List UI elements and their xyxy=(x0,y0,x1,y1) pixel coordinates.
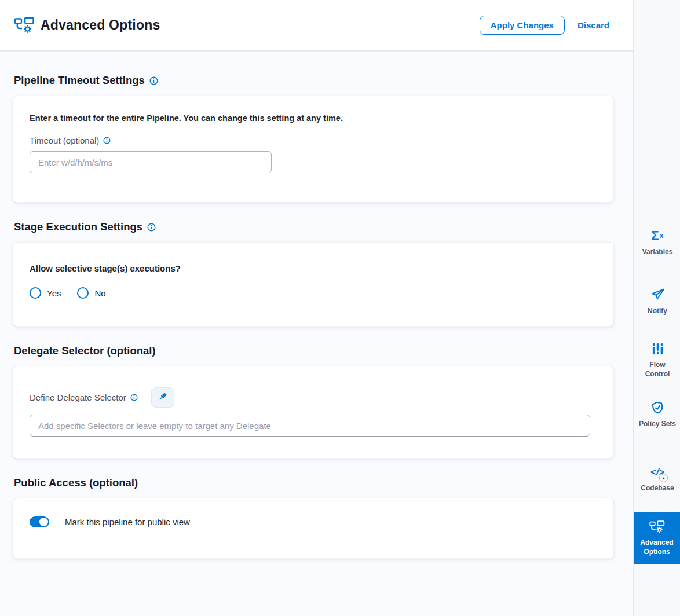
paper-plane-icon xyxy=(650,288,665,302)
toggle-knob xyxy=(39,518,48,526)
timeout-section-heading: Pipeline Timeout Settings xyxy=(14,74,614,87)
timeout-input[interactable] xyxy=(30,151,272,173)
sidebar-item-flow-control[interactable]: Flow Control xyxy=(635,342,680,379)
page-title: Advanced Options xyxy=(41,17,160,33)
info-icon[interactable] xyxy=(130,394,138,401)
pin-button[interactable] xyxy=(151,387,174,408)
advanced-options-icon xyxy=(14,16,35,34)
sidebar-item-policy-sets[interactable]: Policy Sets xyxy=(635,401,680,429)
shield-check-icon xyxy=(650,401,665,415)
timeout-card: Enter a timeout for the entire Pipeline.… xyxy=(13,96,614,203)
radio-label-no: No xyxy=(94,288,105,298)
sidebar-item-label: Policy Sets xyxy=(637,420,678,429)
public-access-section-heading: Public Access (optional) xyxy=(14,476,614,489)
sidebar-item-codebase[interactable]: </> ▲ Codebase xyxy=(635,465,680,493)
sidebar-item-label: Advanced Options xyxy=(637,538,677,556)
public-access-heading-text: Public Access (optional) xyxy=(14,476,138,489)
delegate-field-label: Define Delegate Selector xyxy=(30,393,138,402)
sidebar-item-label: Flow Control xyxy=(637,361,678,379)
apply-changes-button[interactable]: Apply Changes xyxy=(480,16,565,35)
radio-circle-icon[interactable] xyxy=(77,287,89,299)
warning-badge-icon: ▲ xyxy=(659,474,668,482)
radio-circle-icon[interactable] xyxy=(30,287,41,299)
timeout-heading-text: Pipeline Timeout Settings xyxy=(14,74,145,87)
sidebar-item-notify[interactable]: Notify xyxy=(635,288,680,316)
delegate-selector-input[interactable] xyxy=(30,415,590,437)
public-view-toggle-label: Mark this pipeline for public view xyxy=(65,517,190,527)
stage-execution-heading-text: Stage Execution Settings xyxy=(14,221,142,233)
pipeline-gear-icon xyxy=(649,520,665,534)
sidebar-item-variables[interactable]: Σx Variables xyxy=(635,229,680,257)
settings-content: Pipeline Timeout Settings Enter a timeou… xyxy=(0,52,633,559)
delegate-selector-section-heading: Delegate Selector (optional) xyxy=(14,344,614,357)
discard-button[interactable]: Discard xyxy=(577,20,609,30)
sidebar-item-label: Variables xyxy=(637,248,678,257)
public-access-card: Mark this pipeline for public view xyxy=(13,498,614,559)
stage-execution-card: Allow selective stage(s) executions? Yes… xyxy=(13,242,614,327)
info-icon[interactable] xyxy=(147,223,156,232)
variables-icon: Σx xyxy=(652,229,664,243)
timeout-label-text: Timeout (optional) xyxy=(30,135,99,145)
sidebar-item-label: Codebase xyxy=(637,484,678,493)
main-panel: Advanced Options Apply Changes Discard P… xyxy=(0,0,633,616)
public-view-toggle[interactable] xyxy=(30,516,49,527)
panel-header: Advanced Options Apply Changes Discard xyxy=(0,0,633,52)
radio-option-no[interactable]: No xyxy=(77,287,105,299)
delegate-label-text: Define Delegate Selector xyxy=(30,393,126,402)
timeout-description: Enter a timeout for the entire Pipeline.… xyxy=(30,113,597,123)
selective-stage-question: Allow selective stage(s) executions? xyxy=(30,263,597,273)
radio-option-yes[interactable]: Yes xyxy=(30,287,61,299)
info-icon[interactable] xyxy=(103,137,111,144)
info-icon[interactable] xyxy=(149,76,158,85)
right-rail: Σx Variables Notify Flow Control xyxy=(633,0,680,616)
pin-icon xyxy=(158,392,167,404)
selective-stage-radio-group: Yes No xyxy=(30,287,597,299)
sidebar-item-label: Notify xyxy=(637,307,678,316)
stage-execution-section-heading: Stage Execution Settings xyxy=(14,221,614,233)
radio-label-yes: Yes xyxy=(47,288,61,298)
sidebar-item-advanced-options[interactable]: Advanced Options xyxy=(634,512,680,564)
sliders-icon xyxy=(651,342,664,355)
delegate-heading-text: Delegate Selector (optional) xyxy=(14,344,156,357)
delegate-selector-card: Define Delegate Selector xyxy=(13,366,614,459)
code-icon: </> ▲ xyxy=(650,465,665,479)
timeout-field-label: Timeout (optional) xyxy=(30,135,597,145)
